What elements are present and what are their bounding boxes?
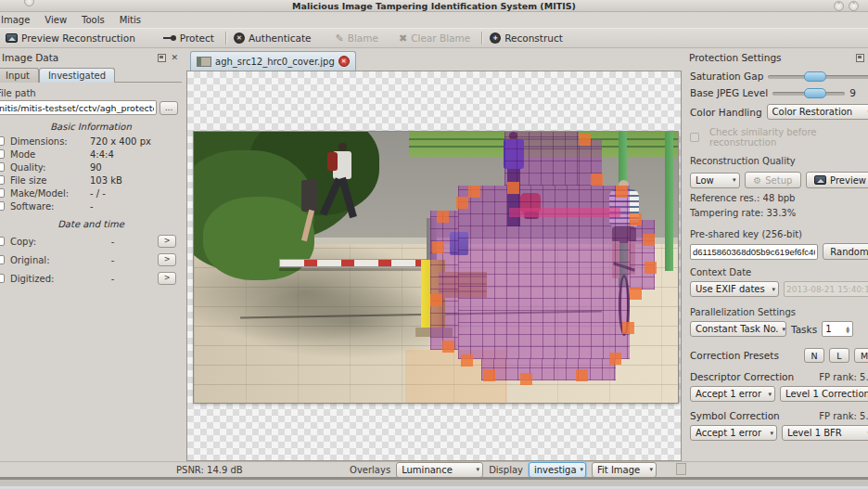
symbol-accept-select[interactable]: Accept 1 error ▾ bbox=[690, 425, 777, 441]
color-handling-select[interactable]: Color Restoration ▾ bbox=[767, 104, 868, 120]
checkbox[interactable] bbox=[0, 274, 5, 283]
menu-tools[interactable]: Tools bbox=[74, 14, 112, 26]
tamper-block-marker bbox=[630, 288, 642, 300]
descriptor-accept-select[interactable]: Accept 1 error ▾ bbox=[690, 386, 775, 402]
preview-reconstruction-button[interactable]: Preview Reconstruction bbox=[2, 31, 143, 45]
descriptor-correction-label: Descriptor Correction bbox=[690, 371, 794, 382]
tamper-block-marker bbox=[507, 182, 519, 194]
tamper-overlay-region bbox=[504, 132, 579, 186]
image-tab[interactable]: agh_src12_hrc0_cover.jpg ✕ bbox=[190, 51, 356, 71]
tab-input[interactable]: Input bbox=[0, 68, 39, 83]
checkbox[interactable] bbox=[0, 201, 5, 211]
chevron-down-icon: ▾ bbox=[768, 286, 775, 293]
maximize-button[interactable]: ˇ bbox=[849, 1, 859, 11]
setup-button[interactable]: ⚙ Setup bbox=[745, 172, 802, 188]
menu-image[interactable]: Image bbox=[0, 14, 37, 26]
pedestrian-figure bbox=[301, 180, 320, 245]
menu-mitis[interactable]: Mitis bbox=[112, 14, 148, 26]
context-date-field[interactable]: 2013-08-21 15:40:14 ▲▼ bbox=[784, 281, 868, 297]
apply-date-button[interactable]: > bbox=[158, 272, 176, 285]
reconstruct-button[interactable]: + Reconstruct bbox=[486, 31, 570, 45]
menu-view[interactable]: View bbox=[37, 14, 74, 26]
exif-dates-select[interactable]: Use EXIF dates ▾ bbox=[690, 281, 779, 297]
tasks-label: Tasks bbox=[791, 324, 817, 335]
browse-button[interactable]: ... bbox=[160, 101, 178, 115]
protect-button[interactable]: Protect bbox=[160, 31, 222, 45]
apply-date-button[interactable]: > bbox=[158, 235, 176, 248]
preset-m-button[interactable]: M bbox=[854, 348, 868, 363]
random-button[interactable]: Random bbox=[823, 243, 868, 260]
overlays-select[interactable]: Luminance ▾ bbox=[396, 462, 483, 478]
task-mode-select[interactable]: Constant Task No. ▾ bbox=[690, 321, 786, 337]
image-thumbnail-icon bbox=[197, 57, 211, 67]
tasks-stepper[interactable]: 1 ▲▼ bbox=[822, 321, 853, 337]
info-row-makemodel: Make/Model: - / - bbox=[0, 187, 182, 199]
saturation-gap-slider[interactable] bbox=[768, 71, 868, 82]
blame-button[interactable]: ✎ Blame bbox=[331, 31, 385, 46]
scroll-corner[interactable] bbox=[676, 463, 686, 475]
info-row-quality: Quality: 90 bbox=[0, 161, 182, 174]
checkbox[interactable] bbox=[0, 175, 5, 185]
float-panel-icon[interactable] bbox=[856, 54, 864, 62]
close-panel-icon[interactable]: ✕ bbox=[171, 53, 178, 62]
tamper-block-marker bbox=[437, 211, 449, 223]
tamper-block-marker bbox=[461, 354, 473, 367]
context-date-label: Context Date bbox=[690, 267, 868, 277]
color-handling-label: Color Handling bbox=[690, 107, 762, 118]
display-select[interactable]: investiga ▾ bbox=[529, 462, 586, 478]
checkbox[interactable] bbox=[0, 136, 5, 146]
check-similarity-row: Check similarity before reconstruction bbox=[690, 127, 868, 148]
image-data-panel: Image Data ✕ Input Investigated File pat… bbox=[0, 48, 182, 461]
date-row-copy: Copy: - > bbox=[0, 232, 182, 251]
checkbox[interactable] bbox=[0, 162, 5, 172]
symbol-correction-label: Symbol Correction bbox=[690, 410, 780, 421]
file-path-input[interactable] bbox=[0, 100, 157, 115]
psnr-value: PSNR: 14.9 dB bbox=[176, 465, 243, 475]
zoom-select[interactable]: Fit Image ▾ bbox=[592, 462, 657, 478]
overlays-label: Overlays bbox=[350, 465, 390, 475]
clear-blame-button[interactable]: ✖ Clear Blame bbox=[395, 31, 478, 46]
close-tab-icon[interactable]: ✕ bbox=[338, 56, 350, 67]
base-jpeg-level-slider[interactable] bbox=[772, 87, 845, 98]
tamper-block-marker bbox=[576, 369, 588, 381]
authenticate-icon: ✕ bbox=[234, 32, 245, 44]
preshared-key-input[interactable] bbox=[690, 244, 818, 260]
tamper-block-marker bbox=[483, 369, 495, 381]
symbol-fp-rank: FP rank: 5.2 bbox=[819, 411, 868, 421]
checkbox[interactable] bbox=[0, 188, 5, 198]
symbol-level-select[interactable]: Level 1 BFR ▾ bbox=[782, 425, 868, 441]
preview-button[interactable]: Preview bbox=[806, 172, 868, 188]
float-panel-icon[interactable] bbox=[158, 54, 166, 62]
checkbox[interactable] bbox=[0, 149, 5, 159]
tamper-block-marker bbox=[430, 294, 442, 306]
reconstruction-quality-label: Reconstruction Quality bbox=[690, 156, 868, 166]
preset-l-button[interactable]: L bbox=[829, 348, 849, 363]
chevron-down-icon: ▾ bbox=[645, 466, 653, 473]
file-path-label: File path bbox=[0, 88, 182, 98]
tab-investigated[interactable]: Investigated bbox=[39, 68, 115, 83]
menu-bar: Image View Tools Mitis bbox=[0, 12, 868, 28]
descriptor-fp-rank: FP rank: 5.3 bbox=[819, 372, 868, 382]
minimize-button[interactable]: ˇ bbox=[834, 1, 844, 11]
descriptor-level-select[interactable]: Level 1 Correction ▾ bbox=[780, 386, 868, 402]
info-row-dimensions: Dimensions: 720 x 400 px bbox=[0, 135, 182, 148]
chevron-down-icon: ▾ bbox=[863, 430, 868, 437]
quality-select[interactable]: Low ▾ bbox=[690, 173, 740, 188]
panel-title: Protection Settings bbox=[689, 52, 782, 63]
clear-blame-icon: ✖ bbox=[399, 32, 407, 45]
checkbox[interactable] bbox=[690, 133, 699, 142]
tamper-block-marker bbox=[520, 373, 532, 385]
parallelization-label: Parallelization Settings bbox=[690, 307, 868, 317]
reference-res: Reference res.: 48 bpb bbox=[690, 193, 868, 203]
apply-date-button[interactable]: > bbox=[158, 253, 176, 266]
authenticate-button[interactable]: ✕ Authenticate bbox=[230, 31, 319, 45]
tamper-block-marker bbox=[442, 341, 454, 353]
base-jpeg-level-label: Base JPEG Level bbox=[690, 87, 768, 98]
checkbox[interactable] bbox=[0, 255, 5, 264]
viewer-canvas[interactable] bbox=[186, 71, 682, 461]
checkbox[interactable] bbox=[0, 237, 5, 246]
protection-settings-panel: Protection Settings Saturation Gap Base … bbox=[683, 48, 868, 461]
investigated-image[interactable] bbox=[193, 131, 679, 404]
preset-n-button[interactable]: N bbox=[804, 348, 824, 363]
picture-icon bbox=[814, 175, 826, 185]
